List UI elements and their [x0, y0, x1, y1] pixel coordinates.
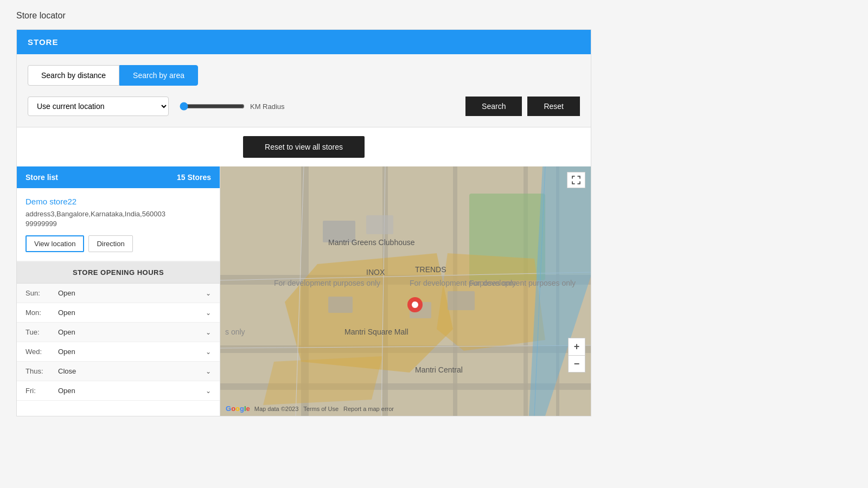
- day-tue: Tue:: [25, 328, 58, 336]
- svg-rect-20: [366, 215, 393, 234]
- tab-row: Search by distance Search by area: [28, 65, 580, 86]
- day-wed: Wed:: [25, 348, 58, 356]
- status-sun: Open: [58, 289, 206, 297]
- store-list-panel: Store list 15 Stores Demo store22 addres…: [17, 166, 220, 416]
- slider-group: KM Radius: [180, 102, 455, 111]
- tab-distance[interactable]: Search by distance: [28, 65, 119, 86]
- hours-row-wed: Wed: Open ⌄: [17, 342, 220, 362]
- report-link[interactable]: Report a map error: [343, 406, 394, 412]
- store-list-body[interactable]: Demo store22 address3,Bangalore,Karnatak…: [17, 188, 220, 416]
- svg-text:INOX: INOX: [366, 268, 385, 277]
- svg-text:Mantri Square Mall: Mantri Square Mall: [344, 328, 409, 336]
- km-radius-label: KM Radius: [250, 102, 285, 111]
- store-actions: View location Direction: [25, 235, 211, 252]
- store-address: address3,Bangalore,Karnataka,India,56000…: [25, 209, 211, 229]
- chevron-thus-icon[interactable]: ⌄: [206, 368, 211, 375]
- svg-point-34: [412, 301, 418, 308]
- store-name[interactable]: Demo store22: [25, 197, 211, 206]
- status-tue: Open: [58, 328, 206, 336]
- status-fri: Open: [58, 387, 206, 395]
- svg-text:TRENDS: TRENDS: [415, 265, 446, 274]
- day-fri: Fri:: [25, 387, 58, 395]
- opening-hours-title: STORE OPENING HOURS: [17, 262, 220, 284]
- chevron-wed-icon[interactable]: ⌄: [206, 348, 211, 356]
- status-wed: Open: [58, 348, 206, 356]
- hours-row-tue: Tue: Open ⌄: [17, 323, 220, 342]
- view-location-button[interactable]: View location: [25, 235, 84, 252]
- map-controls: [567, 172, 585, 190]
- search-section: Search by distance Search by area Use cu…: [17, 54, 591, 127]
- direction-button[interactable]: Direction: [88, 235, 132, 252]
- page-title: Store locator: [16, 11, 852, 21]
- reset-all-button[interactable]: Reset to view all stores: [243, 136, 365, 158]
- controls-row: Use current location Enter address KM Ra…: [28, 97, 580, 116]
- store-card: Demo store22 address3,Bangalore,Karnatak…: [17, 188, 220, 261]
- reset-button[interactable]: Reset: [527, 97, 580, 116]
- store-list-header: Store list 15 Stores: [17, 166, 220, 188]
- svg-marker-12: [263, 356, 382, 405]
- svg-text:Mantri Greens Clubhouse: Mantri Greens Clubhouse: [328, 238, 415, 247]
- map-data-link[interactable]: Map data ©2023: [254, 406, 299, 412]
- svg-text:s only: s only: [225, 328, 245, 336]
- hours-row-mon: Mon: Open ⌄: [17, 303, 220, 323]
- store-header: STORE: [17, 30, 591, 54]
- store-count-badge: 15 Stores: [177, 173, 211, 182]
- content-row: Store list 15 Stores Demo store22 addres…: [17, 166, 591, 416]
- km-radius-slider[interactable]: [180, 102, 245, 111]
- main-container: STORE Search by distance Search by area …: [16, 29, 591, 416]
- day-mon: Mon:: [25, 309, 58, 317]
- map-footer: Google Map data ©2023 Terms of Use Repor…: [226, 404, 397, 413]
- tab-area[interactable]: Search by area: [119, 65, 198, 86]
- action-buttons: Search Reset: [465, 97, 580, 116]
- reset-all-row: Reset to view all stores: [17, 127, 591, 166]
- hours-row-fri: Fri: Open ⌄: [17, 381, 220, 401]
- svg-text:For development purposes only: For development purposes only: [469, 279, 576, 287]
- status-thus: Close: [58, 367, 206, 375]
- opening-hours: STORE OPENING HOURS Sun: Open ⌄ Mon: Ope…: [17, 261, 220, 401]
- status-mon: Open: [58, 309, 206, 317]
- hours-row-sun: Sun: Open ⌄: [17, 284, 220, 303]
- map-zoom: + −: [568, 338, 585, 373]
- svg-rect-23: [448, 291, 475, 310]
- day-thus: Thus:: [25, 367, 58, 375]
- svg-text:For development purposes only: For development purposes only: [274, 279, 380, 287]
- terms-link[interactable]: Terms of Use: [303, 406, 339, 412]
- google-logo: Google: [226, 404, 250, 413]
- location-select[interactable]: Use current location Enter address: [28, 97, 169, 116]
- chevron-mon-icon[interactable]: ⌄: [206, 309, 211, 317]
- chevron-sun-icon[interactable]: ⌄: [206, 290, 211, 297]
- fullscreen-button[interactable]: [567, 172, 585, 188]
- map-footer-links: Map data ©2023 Terms of Use Report a map…: [254, 406, 397, 412]
- day-sun: Sun:: [25, 289, 58, 297]
- chevron-fri-icon[interactable]: ⌄: [206, 387, 211, 395]
- svg-rect-21: [328, 297, 353, 313]
- svg-text:Mantri Central: Mantri Central: [415, 365, 463, 374]
- chevron-tue-icon[interactable]: ⌄: [206, 329, 211, 336]
- map-panel[interactable]: Mantri Greens Clubhouse INOX TRENDS Mant…: [220, 166, 591, 416]
- zoom-out-button[interactable]: −: [568, 355, 585, 373]
- search-button[interactable]: Search: [465, 97, 522, 116]
- zoom-in-button[interactable]: +: [568, 338, 585, 355]
- store-list-title: Store list: [25, 173, 58, 182]
- hours-row-thus: Thus: Close ⌄: [17, 362, 220, 381]
